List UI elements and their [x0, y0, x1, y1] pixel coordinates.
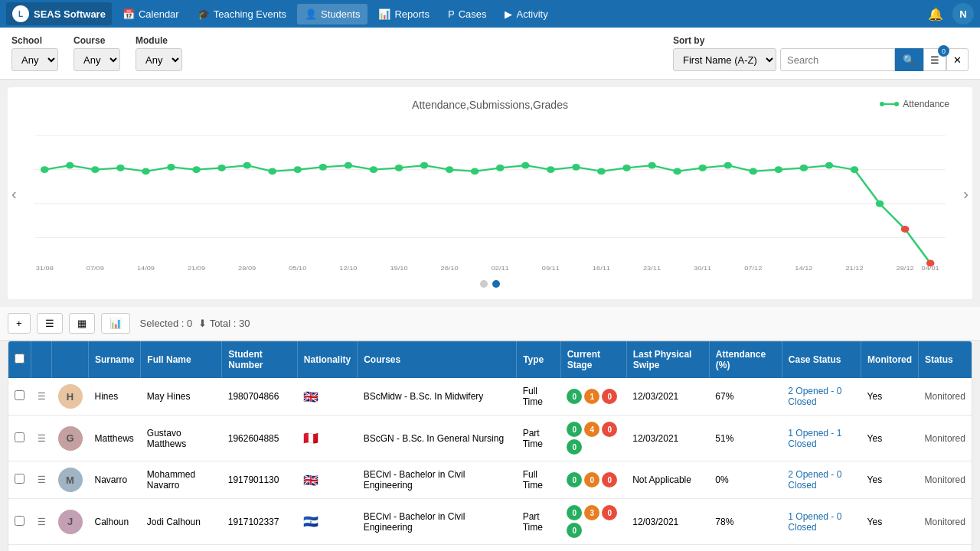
svg-point-13	[268, 168, 276, 174]
header-student-number[interactable]: Student Number	[222, 341, 298, 378]
svg-text:07/12: 07/12	[744, 264, 762, 271]
nav-item-reports[interactable]: 📊 Reports	[371, 4, 437, 24]
svg-text:19/10: 19/10	[390, 264, 407, 271]
row-fullname: Gustavo Matthews	[141, 416, 222, 461]
table-row: ☰ G Matthews Gustavo Matthews 1962604885…	[8, 416, 972, 461]
sort-select[interactable]: First Name (A-Z)	[673, 48, 776, 71]
case-status-link[interactable]: 1 Opened - 0 Closed	[788, 511, 841, 533]
svg-point-27	[622, 165, 631, 171]
nav-item-activity[interactable]: ▶ Activity	[497, 4, 555, 24]
header-case-status[interactable]: Case Status	[782, 341, 861, 378]
header-surname[interactable]: Surname	[89, 341, 141, 378]
row-type: Part Time	[517, 416, 561, 461]
row-nationality: 🇵🇪	[297, 416, 357, 461]
row-monitored: Yes	[861, 545, 919, 552]
header-monitored[interactable]: Monitored	[861, 341, 919, 378]
row-student-number: 1917102337	[222, 499, 298, 545]
header-attendance[interactable]: Attendance (%)	[709, 341, 782, 378]
brand-logo[interactable]: L SEAS Software	[6, 2, 112, 25]
row-student-number: 1962604885	[222, 416, 298, 461]
chart-dot-1[interactable]	[480, 280, 488, 288]
row-attendance: 0%	[709, 461, 782, 499]
notification-button[interactable]: 🔔	[925, 4, 946, 24]
svg-point-37	[876, 201, 884, 207]
search-input[interactable]	[780, 48, 895, 71]
row-menu-cell[interactable]: ☰	[31, 545, 52, 552]
nav-item-teaching-events[interactable]: 🎓 Teaching Events	[190, 4, 294, 24]
chart-prev-button[interactable]: ‹	[11, 184, 17, 202]
course-select[interactable]: Any	[74, 48, 120, 71]
badge: 0	[567, 389, 582, 404]
case-status-link[interactable]: 2 Opened - 0 Closed	[788, 469, 841, 491]
badge: 0	[567, 505, 582, 520]
row-last-swipe: 12/03/2021	[626, 545, 709, 552]
row-monitored: Yes	[861, 499, 919, 545]
row-fullname: Mohammed Navarro	[141, 461, 222, 499]
row-checkbox[interactable]	[15, 390, 24, 400]
svg-point-15	[319, 164, 328, 171]
user-avatar[interactable]: N	[952, 3, 974, 24]
activity-icon: ▶	[505, 8, 512, 20]
students-icon: 👤	[305, 8, 317, 20]
calendar-icon: 📅	[122, 8, 135, 20]
header-current-stage[interactable]: Current Stage	[560, 341, 626, 378]
row-checkbox-cell	[8, 499, 31, 545]
header-courses[interactable]: Courses	[358, 341, 517, 378]
badge: 0	[567, 472, 582, 487]
badge: 1	[584, 389, 599, 404]
header-nationality[interactable]: Nationality	[297, 341, 357, 378]
clear-button[interactable]: ✕	[946, 48, 969, 71]
module-select[interactable]: Any	[136, 48, 182, 71]
case-status-link[interactable]: 2 Opened - 0 Closed	[788, 386, 841, 407]
add-button[interactable]: +	[8, 313, 31, 334]
row-menu-cell[interactable]: ☰	[31, 461, 52, 499]
chart-section: Attendance,Submissions,Grades Attendance…	[8, 87, 972, 299]
case-status-link[interactable]: 1 Opened - 1 Closed	[788, 428, 841, 449]
search-wrap: 🔍 ☰ 0 ✕	[780, 48, 969, 71]
chart-next-button[interactable]: ›	[963, 184, 969, 202]
grid-view-button[interactable]: ▦	[69, 313, 95, 334]
search-button[interactable]: 🔍	[895, 48, 923, 71]
header-status[interactable]: Status	[919, 341, 972, 378]
header-type[interactable]: Type	[517, 341, 561, 378]
module-filter: Module Any	[136, 35, 182, 71]
row-checkbox[interactable]	[15, 432, 24, 442]
row-menu-cell[interactable]: ☰	[31, 499, 52, 545]
row-checkbox-cell	[8, 416, 31, 461]
filter-bar: School Any Course Any Module Any Sort by…	[0, 28, 980, 80]
row-status: Monitored	[919, 416, 972, 461]
header-last-swipe[interactable]: Last Physical Swipe	[626, 341, 709, 378]
header-avatar	[52, 341, 89, 378]
school-select[interactable]: Any	[11, 48, 58, 71]
total-info: ⬇ Total : 30	[198, 318, 250, 329]
svg-point-24	[547, 166, 555, 173]
row-surname: Hardy	[89, 545, 141, 552]
row-menu-cell[interactable]: ☰	[31, 416, 52, 461]
row-checkbox-cell	[8, 461, 31, 499]
svg-text:23/11: 23/11	[643, 264, 661, 271]
badge: 0	[567, 439, 582, 455]
row-nationality: 🇬🇧	[297, 461, 357, 499]
nav-item-students[interactable]: 👤 Students	[297, 4, 368, 24]
chart-title: Attendance,Submissions,Grades	[19, 99, 961, 111]
svg-text:30/11: 30/11	[694, 264, 711, 271]
select-all-checkbox[interactable]	[15, 354, 24, 364]
header-fullname[interactable]: Full Name	[141, 341, 222, 378]
chart-dot-2[interactable]	[492, 280, 500, 288]
table-row: ☰ J Calhoun Jodi Calhoun 1917102337 🇸🇻 B…	[8, 499, 972, 545]
row-checkbox[interactable]	[15, 474, 24, 484]
filter-button[interactable]: ☰ 0	[923, 48, 946, 71]
badge: 0	[567, 523, 582, 538]
row-courses: BScMidw - B.Sc. In Midwifery	[358, 378, 517, 416]
nav-item-calendar[interactable]: 📅 Calendar	[115, 4, 187, 24]
chart-view-button[interactable]: 📊	[101, 313, 130, 334]
nav-item-cases[interactable]: P Cases	[440, 4, 495, 24]
row-checkbox[interactable]	[15, 516, 24, 526]
navbar-right: 🔔 N	[925, 3, 974, 24]
svg-text:14/12: 14/12	[795, 264, 812, 271]
badge: 4	[584, 422, 599, 437]
row-monitored: Yes	[861, 461, 919, 499]
list-view-button[interactable]: ☰	[37, 313, 63, 334]
row-menu-cell[interactable]: ☰	[31, 378, 52, 416]
row-attendance: 89%	[709, 545, 782, 552]
